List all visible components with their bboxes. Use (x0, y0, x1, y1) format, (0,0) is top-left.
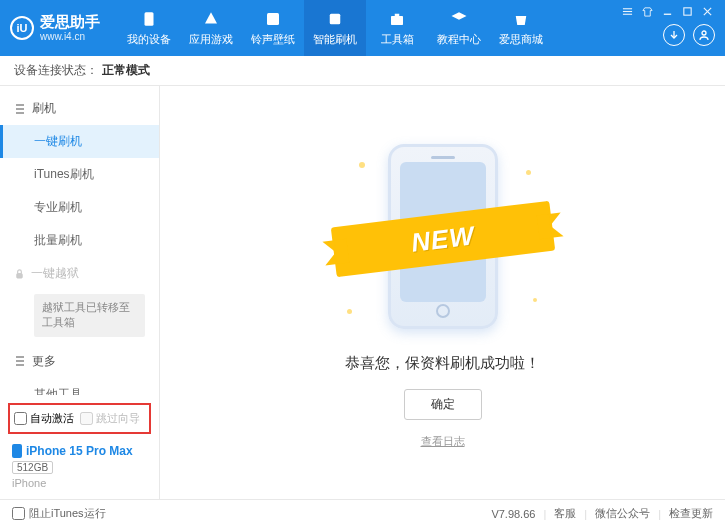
svg-rect-4 (395, 14, 400, 16)
nav-label: 应用游戏 (189, 32, 233, 47)
flash-icon (325, 9, 345, 29)
ok-button[interactable]: 确定 (404, 389, 482, 420)
nav-label: 工具箱 (381, 32, 414, 47)
device-storage: 512GB (12, 461, 53, 474)
skip-setup-input (80, 412, 93, 425)
app-header: iU 爱思助手 www.i4.cn 我的设备 应用游戏 铃声壁纸 智能刷机 工具… (0, 0, 725, 56)
nav-store[interactable]: 爱思商城 (490, 0, 552, 56)
sidebar: 刷机 一键刷机 iTunes刷机 专业刷机 批量刷机 一键越狱 越狱工具已转移至… (0, 86, 160, 499)
nav-label: 铃声壁纸 (251, 32, 295, 47)
group-label: 刷机 (32, 100, 56, 117)
device-name[interactable]: iPhone 15 Pro Max (12, 444, 147, 458)
sidebar-group-jailbreak: 一键越狱 (0, 257, 159, 290)
close-button[interactable] (699, 4, 715, 18)
version-text: V7.98.66 (491, 508, 535, 520)
success-illustration: NEW (333, 136, 553, 336)
svg-rect-9 (683, 7, 690, 14)
main-content: NEW 恭喜您，保资料刷机成功啦！ 确定 查看日志 (160, 86, 725, 499)
nav-tutorials[interactable]: 教程中心 (428, 0, 490, 56)
brand-title: 爱思助手 (40, 14, 100, 31)
svg-rect-1 (267, 13, 279, 25)
view-log-link[interactable]: 查看日志 (421, 434, 465, 449)
skip-setup-checkbox: 跳过向导 (80, 411, 140, 426)
skin-button[interactable] (639, 4, 655, 18)
toolbox-icon (387, 9, 407, 29)
nav-ringtones[interactable]: 铃声壁纸 (242, 0, 304, 56)
sidebar-group-flash[interactable]: 刷机 (0, 92, 159, 125)
sidebar-item-oneclick[interactable]: 一键刷机 (0, 125, 159, 158)
svg-rect-17 (17, 274, 23, 279)
footer-update[interactable]: 检查更新 (669, 506, 713, 521)
app-logo: iU 爱思助手 www.i4.cn (10, 14, 118, 42)
store-icon (511, 9, 531, 29)
checkbox-label: 自动激活 (30, 411, 74, 426)
group-label: 一键越狱 (31, 265, 79, 282)
auto-activate-input[interactable] (14, 412, 27, 425)
auto-activate-checkbox[interactable]: 自动激活 (14, 411, 74, 426)
menu-button[interactable] (619, 4, 635, 18)
svg-rect-21 (12, 444, 22, 458)
status-label: 设备连接状态： (14, 62, 98, 79)
status-bar: 设备连接状态： 正常模式 (0, 56, 725, 86)
phone-icon (12, 444, 22, 458)
jailbreak-note[interactable]: 越狱工具已转移至工具箱 (34, 294, 145, 337)
maximize-button[interactable] (679, 4, 695, 18)
footer-wechat[interactable]: 微信公众号 (595, 506, 650, 521)
svg-rect-3 (391, 16, 403, 25)
sidebar-item-batch[interactable]: 批量刷机 (0, 224, 159, 257)
logo-icon: iU (10, 16, 34, 40)
nav-label: 我的设备 (127, 32, 171, 47)
nav-my-device[interactable]: 我的设备 (118, 0, 180, 56)
footer-service[interactable]: 客服 (554, 506, 576, 521)
apps-icon (201, 9, 221, 29)
block-itunes-input[interactable] (12, 507, 25, 520)
group-label: 更多 (32, 353, 56, 370)
status-value: 正常模式 (102, 62, 150, 79)
minimize-button[interactable] (659, 4, 675, 18)
top-nav: 我的设备 应用游戏 铃声壁纸 智能刷机 工具箱 教程中心 爱思商城 (118, 0, 552, 56)
sidebar-item-pro[interactable]: 专业刷机 (0, 191, 159, 224)
sidebar-item-itunes[interactable]: iTunes刷机 (0, 158, 159, 191)
footer: 阻止iTunes运行 V7.98.66 | 客服 | 微信公众号 | 检查更新 (0, 499, 725, 527)
device-info: iPhone 15 Pro Max 512GB iPhone (8, 442, 151, 491)
nav-apps-games[interactable]: 应用游戏 (180, 0, 242, 56)
device-type: iPhone (12, 477, 147, 489)
nav-label: 智能刷机 (313, 32, 357, 47)
device-icon (139, 9, 159, 29)
nav-label: 教程中心 (437, 32, 481, 47)
sidebar-options-highlight: 自动激活 跳过向导 (8, 403, 151, 434)
checkbox-label: 跳过向导 (96, 411, 140, 426)
sidebar-group-more[interactable]: 更多 (0, 345, 159, 378)
lock-icon (14, 268, 25, 279)
svg-rect-2 (330, 14, 341, 25)
collapse-icon (14, 103, 26, 115)
block-itunes-checkbox[interactable]: 阻止iTunes运行 (12, 506, 106, 521)
tutorial-icon (449, 9, 469, 29)
user-button[interactable] (693, 24, 715, 46)
nav-smart-flash[interactable]: 智能刷机 (304, 0, 366, 56)
success-message: 恭喜您，保资料刷机成功啦！ (345, 354, 540, 373)
nav-label: 爱思商城 (499, 32, 543, 47)
ribbon-text: NEW (409, 220, 476, 259)
svg-point-13 (702, 31, 706, 35)
collapse-icon (14, 355, 26, 367)
download-button[interactable] (663, 24, 685, 46)
brand-url: www.i4.cn (40, 31, 100, 42)
window-controls (619, 0, 715, 18)
sidebar-item-other[interactable]: 其他工具 (0, 378, 159, 395)
nav-toolbox[interactable]: 工具箱 (366, 0, 428, 56)
svg-rect-0 (145, 12, 154, 26)
ringtone-icon (263, 9, 283, 29)
checkbox-label: 阻止iTunes运行 (29, 506, 106, 521)
